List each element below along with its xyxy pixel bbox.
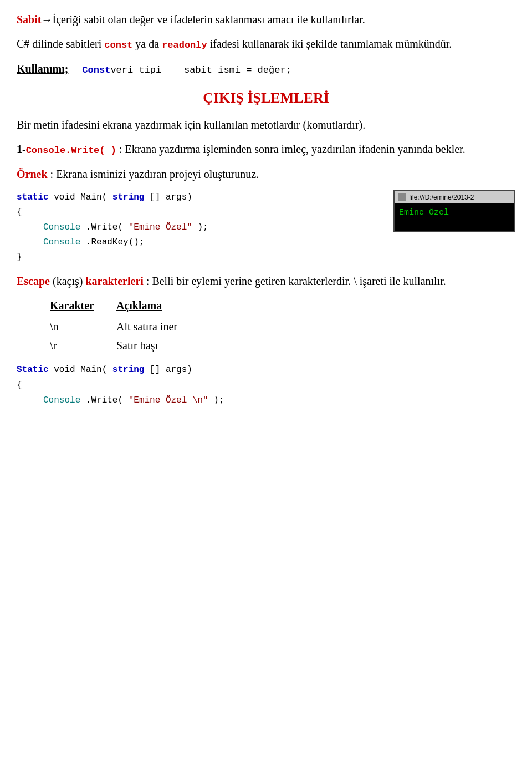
usage-veri: veri tipi sabit ismi = değer; [110,65,291,75]
table-row: \rSatır başı [50,336,200,355]
code1-line2: { [17,205,382,220]
escape-label: Escape [17,275,50,287]
example-label: Örnek [17,168,48,180]
string-type-2: string [112,365,145,375]
console-body: Emine Özel [395,203,514,231]
method1-num: 1- [17,143,26,155]
example-line: Örnek : Ekrana isminizi yazdıran projeyi… [17,166,515,182]
section-desc: Bir metin ifadesini ekrana yazdırmak içi… [17,116,515,133]
const-keyword: const [104,40,132,50]
col-header-char: Karakter [50,297,116,317]
console-class-3: Console [43,395,80,405]
desc-cell: Satır başı [116,336,200,355]
table-row: \nAlt satıra iner [50,317,200,336]
code2-line2: { [17,378,515,393]
code1-line1: static void Main( string [] args) [17,190,382,205]
console-output: Emine Özel [399,208,449,217]
escape-table: Karakter Açıklama \nAlt satıra iner\rSat… [50,297,200,355]
intro-line2-mid: ya da [132,38,162,50]
const-usage: Const [82,65,110,75]
example-text: Ekrana isminizi yazdıran projeyi oluştur… [56,168,259,180]
method1-name: Console.Write( ) [26,145,116,156]
method1-para: 1-Console.Write( ) : Ekrana yazdırma işl… [17,141,515,158]
console-icon [398,193,406,201]
console-class-1: Console [43,222,80,232]
escape-para: Escape (kaçış) karakterleri : Belli bir … [17,273,515,289]
arrow-symbol: → [41,13,52,26]
usage-text: Constveri tipi sabit ismi = değer; [82,65,291,75]
console-class-2: Console [43,237,80,247]
code1-line5: } [17,250,382,265]
escape-mid: (kaçış) [50,275,85,287]
col-header-desc: Açıklama [116,297,200,317]
intro-rest1: İçeriği sabit olan değer ve ifadelerin s… [52,13,365,26]
char-cell: \r [50,336,116,355]
intro-para2: C# dilinde sabitleri const ya da readonl… [17,35,515,53]
example-colon: : [48,168,57,180]
string-emine: "Emine Özel" [129,222,192,232]
code1-line3: Console .Write( "Emine Özel" ); [17,220,382,235]
code2-line3: Console .Write( "Emine Özel \n" ); [17,393,515,408]
code-block-2: Static void Main( string [] args) { Cons… [17,363,515,408]
main-name: Main( [80,192,107,202]
desc-cell: Alt satıra iner [116,317,200,336]
escape-colored: karakterleri [85,275,143,287]
static-keyword-2: Static [17,365,49,375]
char-cell: \n [50,317,116,336]
section-title: ÇIKIŞ İŞLEMLERİ [17,87,515,109]
page-content: Sabit→İçeriği sabit olan değer ve ifadel… [17,11,515,408]
usage-label: Kullanımı; [17,63,68,75]
sabit-word: Sabit [17,13,41,26]
table-header-row: Karakter Açıklama [50,297,200,317]
string-type: string [112,192,145,202]
intro-line2-prefix: C# dilinde sabitleri [17,38,104,50]
console-titlebar: file:///D:/emine/2013-2 [395,191,514,203]
intro-line2-rest: ifadesi kullanarak iki şekilde tanımlama… [207,38,452,50]
code2-line1: Static void Main( string [] args) [17,363,515,378]
console-title: file:///D:/emine/2013-2 [409,192,474,202]
escape-table-body: \nAlt satıra iner\rSatır başı [50,317,200,355]
console-window: file:///D:/emine/2013-2 Emine Özel [393,190,515,232]
static-keyword: static [17,192,49,202]
args-param: [] args) [150,192,192,202]
code1-line4: Console .ReadKey(); [17,235,382,250]
intro-para1: Sabit→İçeriği sabit olan değer ve ifadel… [17,11,515,28]
code-block-1: static void Main( string [] args) { Cons… [17,190,382,266]
escape-rest: : Belli bir eylemi yerine getiren karakt… [144,275,446,287]
string-emine2: "Emine Özel \n" [129,395,208,405]
void-keyword: void [54,192,80,202]
method1-rest: : Ekrana yazdırma işleminden sonra imleç… [116,143,466,155]
readonly-keyword: readonly [162,40,207,50]
usage-line: Kullanımı; Constveri tipi sabit ismi = d… [17,60,515,78]
code-area-2: Static void Main( string [] args) { Cons… [17,363,515,408]
code-area-1: static void Main( string [] args) { Cons… [17,190,515,266]
